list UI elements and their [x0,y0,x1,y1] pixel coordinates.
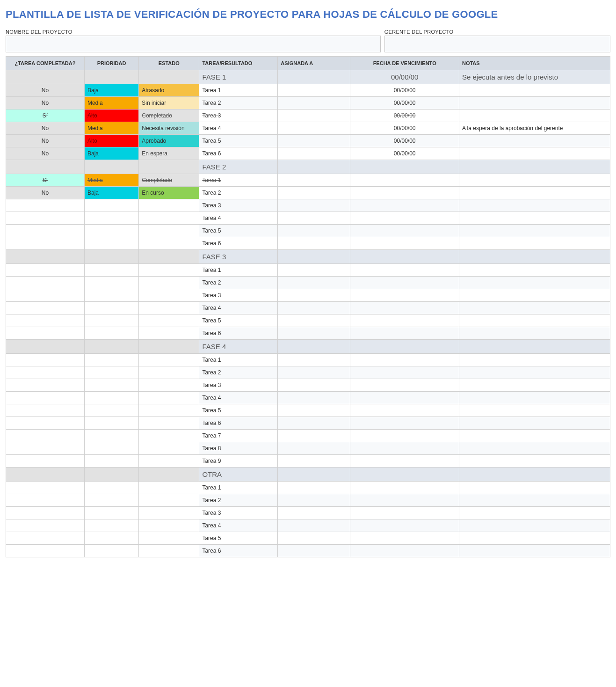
cell-task[interactable]: Tarea 5 [199,135,278,147]
cell-due[interactable] [350,494,459,507]
cell-priority[interactable] [84,430,138,442]
cell-done[interactable]: Sí [6,174,85,187]
cell-due[interactable] [350,174,459,187]
cell-done[interactable] [6,532,85,545]
cell-status[interactable] [139,340,199,354]
cell-due[interactable] [350,545,459,557]
cell-task[interactable]: Tarea 6 [199,545,278,557]
cell-due[interactable] [350,455,459,468]
cell-priority[interactable] [84,340,138,354]
cell-done[interactable] [6,160,85,174]
cell-notes[interactable] [459,250,610,264]
cell-status[interactable] [139,237,199,250]
cell-assigned[interactable] [278,212,350,225]
cell-status[interactable] [139,250,199,264]
cell-priority[interactable] [84,212,138,225]
cell-priority[interactable] [84,468,138,482]
cell-task[interactable]: Tarea 3 [199,199,278,212]
cell-done[interactable] [6,494,85,507]
cell-notes[interactable] [459,545,610,557]
cell-due[interactable] [350,212,459,225]
cell-due[interactable] [350,289,459,302]
cell-status[interactable]: Aprobado [139,135,199,147]
cell-assigned[interactable] [278,160,350,174]
cell-status[interactable] [139,302,199,314]
project-name-input[interactable] [6,36,381,52]
cell-due[interactable] [350,302,459,314]
cell-task[interactable]: Tarea 7 [199,430,278,442]
cell-due[interactable] [350,187,459,199]
cell-due[interactable] [350,250,459,264]
cell-priority[interactable] [84,442,138,455]
cell-task[interactable]: OTRA [199,468,278,482]
cell-task[interactable]: Tarea 4 [199,212,278,225]
cell-assigned[interactable] [278,314,350,327]
cell-priority[interactable] [84,545,138,557]
cell-assigned[interactable] [278,302,350,314]
cell-notes[interactable] [459,404,610,417]
cell-priority[interactable] [84,327,138,340]
cell-notes[interactable] [459,417,610,430]
cell-task[interactable]: Tarea 6 [199,237,278,250]
cell-notes[interactable] [459,340,610,354]
cell-status[interactable] [139,327,199,340]
cell-notes[interactable] [459,379,610,392]
cell-due[interactable] [350,482,459,494]
cell-priority[interactable] [84,199,138,212]
cell-task[interactable]: Tarea 4 [199,519,278,532]
cell-done[interactable]: Sí [6,110,85,122]
cell-assigned[interactable] [278,366,350,379]
cell-task[interactable]: Tarea 6 [199,417,278,430]
cell-done[interactable] [6,289,85,302]
cell-status[interactable] [139,392,199,404]
cell-task[interactable]: Tarea 2 [199,187,278,199]
cell-due[interactable] [350,225,459,237]
cell-notes[interactable] [459,354,610,366]
cell-task[interactable]: Tarea 3 [199,379,278,392]
cell-due[interactable]: 00/00/00 [350,110,459,122]
cell-due[interactable] [350,532,459,545]
cell-task[interactable]: Tarea 5 [199,404,278,417]
cell-status[interactable]: En curso [139,187,199,199]
cell-assigned[interactable] [278,187,350,199]
cell-status[interactable] [139,455,199,468]
cell-done[interactable]: No [6,147,85,160]
cell-notes[interactable] [459,302,610,314]
cell-assigned[interactable] [278,122,350,135]
cell-status[interactable] [139,314,199,327]
cell-due[interactable] [350,442,459,455]
cell-assigned[interactable] [278,250,350,264]
cell-status[interactable] [139,160,199,174]
cell-priority[interactable] [84,507,138,519]
cell-status[interactable] [139,404,199,417]
cell-done[interactable] [6,327,85,340]
cell-due[interactable] [350,340,459,354]
cell-done[interactable] [6,392,85,404]
cell-due[interactable]: 00/00/00 [350,97,459,110]
cell-notes[interactable] [459,442,610,455]
cell-notes[interactable] [459,366,610,379]
cell-notes[interactable] [459,264,610,277]
cell-status[interactable]: Atrasado [139,84,199,97]
cell-status[interactable] [139,212,199,225]
cell-done[interactable] [6,277,85,289]
cell-done[interactable] [6,302,85,314]
cell-due[interactable] [350,264,459,277]
cell-done[interactable] [6,237,85,250]
cell-done[interactable] [6,379,85,392]
cell-priority[interactable] [84,519,138,532]
cell-priority[interactable] [84,392,138,404]
cell-priority[interactable] [84,366,138,379]
cell-priority[interactable]: Alto [84,110,138,122]
cell-assigned[interactable] [278,135,350,147]
cell-done[interactable] [6,507,85,519]
cell-priority[interactable] [84,494,138,507]
cell-status[interactable] [139,494,199,507]
cell-notes[interactable] [459,455,610,468]
cell-assigned[interactable] [278,277,350,289]
cell-due[interactable] [350,314,459,327]
cell-priority[interactable]: Media [84,174,138,187]
cell-notes[interactable] [459,532,610,545]
cell-assigned[interactable] [278,84,350,97]
cell-notes[interactable] [459,84,610,97]
